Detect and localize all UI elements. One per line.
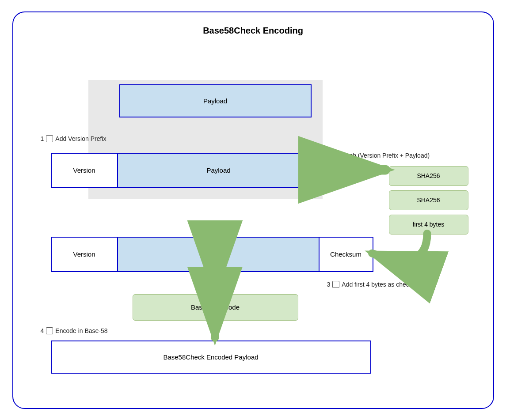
base58-encode-box: Base 58 Encode <box>133 294 298 321</box>
step1-icon <box>46 135 53 142</box>
step2-label: 2 Hash (Version Prefix + Payload) <box>327 152 430 159</box>
first4bytes-box: first 4 bytes <box>389 215 468 235</box>
sha256-box-1: SHA256 <box>389 166 468 186</box>
step4-label: 4 Encode in Base-58 <box>41 327 108 334</box>
step2-icon <box>332 152 339 159</box>
step3-label: 3 Add first 4 bytes as checksum <box>327 281 424 288</box>
diagram-area: Payload 1 Add Version Prefix Version Pay… <box>13 40 493 405</box>
row3-outer: Version Payload Checksum <box>51 237 373 272</box>
payload-row2: Payload <box>118 154 320 187</box>
row2-outer: Version Payload <box>51 153 320 188</box>
version-row3: Version <box>52 238 118 271</box>
sha256-box-2: SHA256 <box>389 190 468 210</box>
payload-row3: Payload <box>118 238 320 271</box>
step1-label: 1 Add Version Prefix <box>41 135 107 142</box>
version-row2: Version <box>52 154 118 187</box>
step4-icon <box>46 327 53 334</box>
step3-icon <box>332 281 339 288</box>
checksum-row3: Checksum <box>320 238 373 271</box>
output-block: Base58Check Encoded Payload <box>51 341 371 374</box>
payload-top-block: Payload <box>119 84 312 117</box>
page-title: Base58Check Encoding <box>13 12 493 40</box>
outer-container: Base58Check Encoding Payload 1 Add Versi… <box>12 11 494 409</box>
